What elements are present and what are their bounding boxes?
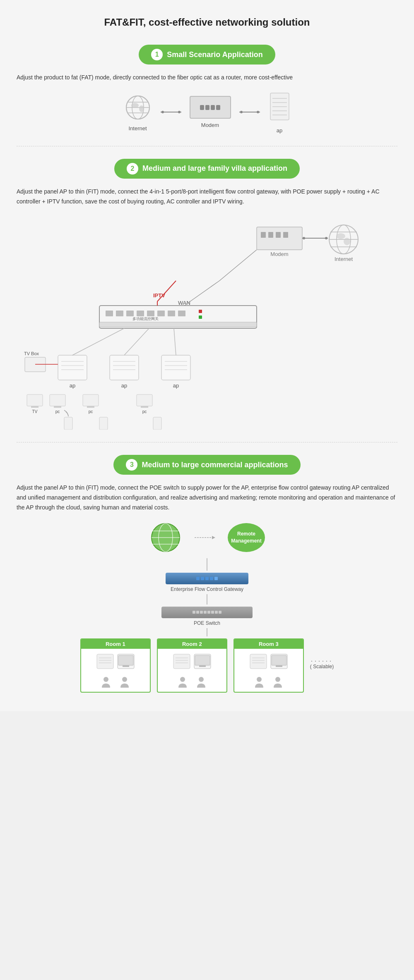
divider2 bbox=[17, 442, 397, 442]
svg-rect-41 bbox=[137, 311, 144, 316]
svg-rect-45 bbox=[178, 311, 185, 316]
modem-device bbox=[190, 96, 231, 119]
ap-label: ap bbox=[277, 127, 282, 134]
room1-content bbox=[84, 652, 147, 688]
svg-point-9 bbox=[161, 111, 164, 113]
svg-text:pc: pc bbox=[55, 409, 60, 414]
globe-icon bbox=[123, 93, 152, 122]
poe-port bbox=[219, 611, 221, 614]
vert-line1 bbox=[207, 558, 207, 571]
svg-rect-85 bbox=[87, 406, 94, 408]
svg-text:ap: ap bbox=[121, 382, 127, 389]
svg-rect-80 bbox=[50, 394, 65, 406]
svg-line-72 bbox=[124, 328, 149, 355]
svg-rect-44 bbox=[168, 311, 175, 316]
port-indicator bbox=[196, 577, 200, 580]
port-indicator bbox=[210, 577, 213, 580]
svg-rect-84 bbox=[83, 394, 99, 406]
svg-rect-38 bbox=[106, 311, 113, 316]
svg-line-53 bbox=[157, 281, 176, 301]
svg-rect-22 bbox=[268, 232, 273, 238]
page-container: FAT&FIT, cost-effective networking solut… bbox=[0, 0, 414, 711]
divider1 bbox=[17, 146, 397, 146]
svg-text:TV: TV bbox=[32, 409, 38, 414]
svg-rect-87 bbox=[99, 417, 108, 430]
svg-rect-118 bbox=[250, 654, 267, 669]
poe-port bbox=[215, 611, 218, 614]
port-indicator bbox=[214, 577, 218, 580]
internet-item: Internet bbox=[123, 93, 152, 131]
modem-port bbox=[211, 105, 215, 110]
room2-content bbox=[161, 652, 223, 688]
section1-num: 1 bbox=[151, 49, 163, 60]
room3-content bbox=[238, 652, 300, 688]
svg-point-36 bbox=[325, 237, 327, 239]
svg-point-108 bbox=[122, 677, 127, 682]
room3-ap-icon bbox=[246, 652, 291, 673]
svg-rect-61 bbox=[110, 355, 139, 380]
section1-label: Small Scenario Application bbox=[167, 50, 262, 59]
svg-rect-106 bbox=[123, 665, 129, 667]
svg-text:ap: ap bbox=[173, 382, 179, 389]
svg-rect-39 bbox=[116, 311, 123, 316]
svg-point-32 bbox=[344, 238, 350, 245]
section3-diagram: Remote Management Enterprise Flow Contro… bbox=[17, 521, 397, 693]
svg-point-10 bbox=[178, 111, 181, 113]
section1-badge: 1 Small Scenario Application bbox=[139, 45, 275, 65]
section3-num: 3 bbox=[126, 459, 137, 471]
room2-header: Room 2 bbox=[158, 639, 226, 649]
top-row: Remote Management bbox=[149, 521, 265, 554]
poe-label: POE Switch bbox=[194, 620, 220, 626]
svg-point-107 bbox=[104, 677, 108, 682]
section2-desc: Adjust the panel AP to thin (FIT) mode, … bbox=[17, 187, 397, 207]
port-indicator bbox=[201, 577, 204, 580]
svg-point-35 bbox=[303, 237, 305, 239]
svg-rect-100 bbox=[97, 654, 113, 669]
user-icon bbox=[273, 676, 283, 688]
room1-ap-icon bbox=[93, 652, 138, 673]
svg-rect-46 bbox=[199, 310, 202, 313]
user-icon bbox=[101, 676, 111, 688]
poe-port bbox=[211, 611, 214, 614]
section3-label: Medium to large commercial applications bbox=[142, 461, 288, 469]
user-icon bbox=[196, 676, 207, 688]
section3-desc: Adjust the panel AP to thin (FIT) mode, … bbox=[17, 483, 397, 512]
section2-header: 2 Medium and large family villa applicat… bbox=[17, 159, 397, 179]
modem-ports bbox=[200, 105, 220, 110]
remote-mgmt-bubble: Remote Management bbox=[228, 523, 265, 552]
svg-rect-81 bbox=[54, 406, 61, 408]
modem-item: Modem bbox=[190, 96, 231, 128]
vert-line2 bbox=[207, 594, 207, 605]
modem-port bbox=[200, 105, 204, 110]
section1-diagram: Internet Modem bbox=[17, 91, 397, 134]
section3-header: 3 Medium to large commercial application… bbox=[17, 455, 397, 475]
rooms-row: Room 1 bbox=[80, 638, 334, 693]
globe-icon-3 bbox=[149, 521, 182, 554]
svg-rect-43 bbox=[157, 311, 165, 316]
poe-section: POE Switch bbox=[161, 607, 253, 626]
section2-label: Medium and large family villa applicatio… bbox=[142, 164, 287, 173]
user-icon bbox=[120, 676, 130, 688]
line-icon bbox=[161, 110, 181, 114]
poe-port bbox=[200, 611, 203, 614]
svg-rect-23 bbox=[276, 232, 281, 238]
svg-text:TV Box: TV Box bbox=[24, 351, 39, 356]
svg-point-116 bbox=[180, 677, 185, 682]
svg-rect-91 bbox=[153, 417, 161, 430]
svg-rect-21 bbox=[261, 232, 266, 238]
svg-rect-115 bbox=[199, 665, 206, 667]
arrow-icon bbox=[195, 533, 215, 542]
svg-text:pc: pc bbox=[142, 409, 147, 414]
svg-text:Internet: Internet bbox=[335, 256, 353, 262]
svg-rect-40 bbox=[126, 311, 134, 316]
svg-rect-89 bbox=[141, 406, 148, 408]
svg-rect-88 bbox=[137, 394, 152, 406]
poe-port bbox=[207, 611, 210, 614]
line-icon2 bbox=[239, 110, 260, 114]
port-indicator bbox=[205, 577, 209, 580]
user-icon bbox=[178, 676, 188, 688]
remote-mgmt-label: Remote Management bbox=[228, 531, 265, 545]
svg-line-54 bbox=[184, 281, 219, 306]
poe-device bbox=[161, 607, 253, 618]
svg-point-13 bbox=[257, 111, 259, 113]
